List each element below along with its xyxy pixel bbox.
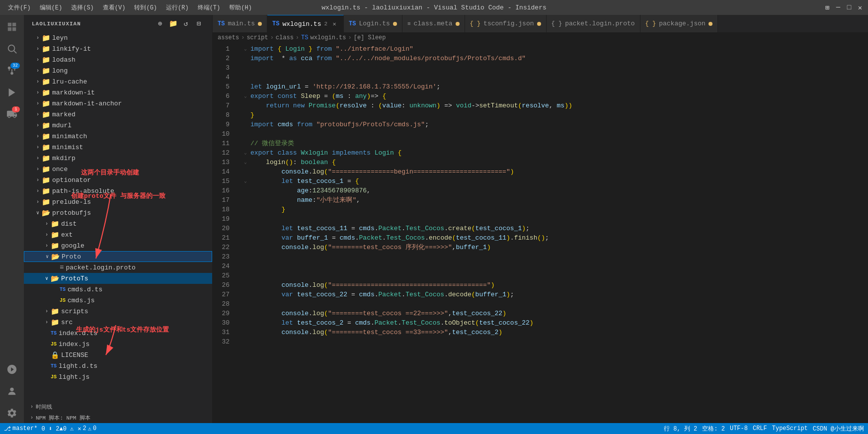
encoding[interactable]: UTF-8 (730, 425, 748, 432)
json-icon: { } (470, 20, 481, 27)
tree-item-light-js[interactable]: › JS light.js (24, 371, 212, 382)
explorer-icon[interactable] (2, 17, 22, 37)
tree-item-minimatch[interactable]: › 📁 minimatch (24, 131, 212, 142)
tree-item-src[interactable]: › 📁 src (24, 317, 212, 328)
tab-tsconfig[interactable]: { } tsconfig.json (465, 15, 547, 32)
tree-item-mkdirp[interactable]: › 📁 mkdirp (24, 153, 212, 164)
new-file-button[interactable]: ⊕ (155, 18, 165, 29)
tree-item-markdown-anchor[interactable]: › 📁 markdown-it-anchor (24, 98, 212, 109)
tree-item-index-dts[interactable]: › TS index.d.ts (24, 328, 212, 339)
code-line-30: ⌄ let test_cocos_2 = cmds.Packet.Test_Co… (241, 318, 868, 328)
tree-item-marked[interactable]: › 📁 marked (24, 109, 212, 120)
title-bar: 文件(F) 编辑(E) 选择(S) 查看(V) 转到(G) 运行(R) 终端(T… (0, 0, 868, 15)
git-branch[interactable]: ⎇ master* (4, 425, 37, 433)
run-icon[interactable] (2, 83, 22, 102)
tree-item-linkify[interactable]: › 📁 linkify-it (24, 43, 212, 54)
indentation[interactable]: 空格: 2 (702, 425, 725, 433)
tree-item-cmds-dts[interactable]: › TS cmds.d.ts (24, 284, 212, 295)
fold-icon[interactable]: ⌄ (241, 159, 249, 167)
line-ending[interactable]: CRLF (753, 425, 767, 432)
fold-icon[interactable]: ⌄ (241, 149, 249, 157)
menu-edit[interactable]: 编辑(E) (36, 2, 67, 13)
source-control-icon[interactable]: 32 (2, 61, 22, 81)
chevron-right-icon: › (43, 242, 51, 250)
status-left: ⎇ master* 0 ⬇ 2▲0 ⚠ ✕ 2 ⚠ 0 (4, 425, 96, 433)
menu-goto[interactable]: 转到(G) (130, 2, 161, 13)
tab-class-meta[interactable]: ≡ class.meta (402, 15, 465, 32)
error-count[interactable]: ✕ 2 ⚠ 0 (78, 425, 96, 433)
tree-item-lru[interactable]: › 📁 lru-cache (24, 76, 212, 87)
tree-item-once[interactable]: › 📁 once (24, 164, 212, 174)
tree-item-scripts[interactable]: › 📁 scripts (24, 306, 212, 317)
tree-item-leyn[interactable]: › 📁 leyn (24, 32, 212, 43)
tab-package-json[interactable]: { } package.json (640, 15, 718, 32)
close-button[interactable]: ✕ (856, 3, 864, 11)
tab-close-button[interactable]: ✕ (330, 20, 338, 28)
menu-help[interactable]: 帮助(H) (225, 2, 256, 13)
tree-item-label: linkify-it (52, 45, 91, 53)
copilot-icon[interactable] (2, 359, 22, 379)
tree-item-license[interactable]: › 🔒 LICENSE (24, 349, 212, 360)
new-folder-button[interactable]: 📁 (167, 18, 178, 29)
bc-script[interactable]: script (246, 34, 268, 41)
minimize-button[interactable]: ─ (834, 3, 842, 11)
maximize-button[interactable]: □ (845, 3, 853, 11)
menu-select[interactable]: 选择(S) (67, 2, 98, 13)
tree-item-mdurl[interactable]: › 📁 mdurl (24, 120, 212, 131)
fold-icon[interactable]: ⌄ (241, 45, 249, 53)
tree-item-path-is-absolute[interactable]: › 📁 path-is-absolute (24, 185, 212, 196)
tree-item-dist[interactable]: › 📁 dist (24, 218, 212, 229)
svg-point-4 (10, 72, 13, 75)
layout-icon[interactable]: ⊞ (823, 3, 831, 11)
tree-item-markdown-it[interactable]: › 📁 markdown-it (24, 87, 212, 98)
chevron-right-icon: › (34, 67, 42, 75)
npm-scripts-section[interactable]: › NPM 脚本: NPM 脚本 (24, 412, 212, 423)
menu-run[interactable]: 运行(R) (162, 2, 193, 13)
tree-item-label: light.js (59, 373, 89, 381)
settings-icon[interactable] (2, 403, 22, 423)
code-line-19: ⌄ (241, 214, 868, 224)
tree-item-protots[interactable]: ∨ 📂 ProtoTs (24, 273, 212, 284)
tree-item-minimist[interactable]: › 📁 minimist (24, 142, 212, 153)
tree-item-packet-proto[interactable]: › ≡ packet.login.proto (24, 262, 212, 273)
tree-item-protobufjs[interactable]: ∨ 📂 protobufjs (24, 207, 212, 218)
tree-item-light-dts[interactable]: › TS light.d.ts (24, 360, 212, 371)
cursor-position[interactable]: 行 8, 列 2 (664, 425, 697, 433)
tree-item-optionator[interactable]: › 📁 optionator (24, 174, 212, 185)
bc-assets[interactable]: assets (218, 34, 239, 41)
bc-class[interactable]: class (276, 34, 294, 41)
sync-status[interactable]: 0 ⬇ 2▲0 ⚠ (41, 425, 74, 433)
tree-item-label: marked (52, 111, 76, 118)
bc-sleep[interactable]: [e] Sleep (354, 34, 386, 41)
account-icon[interactable] (2, 381, 22, 401)
tab-label: package.json (659, 20, 706, 27)
tree-item-long[interactable]: › 📁 long (24, 65, 212, 76)
code-content[interactable]: ⌄ import { Login } from "../interface/Lo… (237, 43, 868, 423)
language-mode[interactable]: TypeScript (772, 425, 808, 432)
tree-item-cmds-js[interactable]: › JS cmds.js (24, 295, 212, 306)
timeline-section[interactable]: › 时间线 (24, 401, 212, 412)
tree-item-index-js[interactable]: › JS index.js (24, 339, 212, 349)
fold-icon[interactable]: ⌄ (241, 177, 249, 185)
menu-view[interactable]: 查看(V) (99, 2, 130, 13)
menu-file[interactable]: 文件(F) (4, 2, 35, 13)
extensions-icon[interactable]: 1 (2, 104, 22, 124)
collapse-button[interactable]: ⊟ (193, 18, 204, 29)
code-line-18: ⌄ } (241, 205, 868, 214)
tree-item-lodash[interactable]: › 📁 lodash (24, 54, 212, 65)
tab-login-ts[interactable]: TS Login.ts (344, 15, 402, 32)
refresh-button[interactable]: ↺ (180, 18, 191, 29)
sidebar: LAOLIUXIUXIAN ⊕ 📁 ↺ ⊟ › 📁 leyn › 📁 linki… (24, 15, 213, 423)
tab-main-ts[interactable]: TS main.ts (213, 15, 267, 32)
tab-label: tsconfig.json (483, 20, 534, 27)
menu-terminal[interactable]: 终端(T) (194, 2, 225, 13)
search-icon[interactable] (2, 39, 22, 59)
tab-packet-proto[interactable]: { } packet.login.proto (547, 15, 640, 32)
tree-item-proto[interactable]: ∨ 📂 Proto (24, 251, 212, 262)
tree-item-google[interactable]: › 📁 google (24, 240, 212, 251)
fold-icon[interactable]: ⌄ (241, 92, 249, 100)
bc-wxlogin[interactable]: wxlogin.ts (310, 34, 346, 41)
tree-item-ext[interactable]: › 📁 ext (24, 229, 212, 240)
tab-wxlogin-ts[interactable]: TS wxlogin.ts 2 ✕ (267, 15, 344, 32)
tree-item-prelude-ls[interactable]: › 📁 prelude-ls (24, 196, 212, 207)
